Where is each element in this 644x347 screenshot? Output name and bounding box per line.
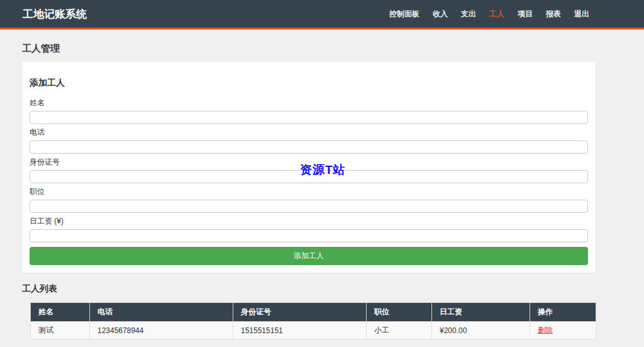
column-header-phone: 电话 [90,303,233,322]
column-header-id-number: 身份证号 [233,303,367,322]
id-number-field-group: 身份证号 [30,158,588,183]
column-header-daily-wage: 日工资 [432,303,530,322]
id-number-label: 身份证号 [30,158,588,166]
cell-id-number: 1515515151 [233,322,367,339]
add-worker-card: 添加工人 姓名 电话 身份证号 职位 日工资 (¥) 添加工人 [22,62,596,273]
daily-wage-field-group: 日工资 (¥) [30,217,588,242]
table-row: 测试 12345678944 1515515151 小工 ¥200.00 删除 [31,322,596,339]
table-header-row: 姓名 电话 身份证号 职位 日工资 操作 [31,303,596,322]
phone-field-group: 电话 [30,128,588,154]
cell-position: 小工 [367,322,432,339]
name-label: 姓名 [30,99,588,106]
delete-link[interactable]: 删除 [538,326,553,334]
cell-name: 测试 [31,322,90,339]
add-worker-button[interactable]: 添加工人 [30,247,588,265]
cell-phone: 12345678944 [90,322,233,339]
id-number-input[interactable] [30,170,588,183]
nav-item-expense[interactable]: 支出 [461,9,476,20]
page-title: 工人管理 [22,43,644,55]
worker-table: 姓名 电话 身份证号 职位 日工资 操作 测试 12345678944 1515… [30,302,596,339]
position-label: 职位 [30,188,588,195]
add-worker-form-title: 添加工人 [30,77,588,89]
phone-input[interactable] [30,140,588,154]
cell-actions: 删除 [530,322,596,339]
nav-item-dashboard[interactable]: 控制面板 [389,9,419,20]
app-header: 工地记账系统 控制面板 收入 支出 工人 项目 报表 退出 [0,0,644,30]
nav-item-reports[interactable]: 报表 [546,9,561,20]
daily-wage-input[interactable] [30,229,588,242]
worker-list-title: 工人列表 [22,283,57,295]
nav-item-logout[interactable]: 退出 [574,9,589,20]
nav-item-income[interactable]: 收入 [433,9,448,20]
phone-label: 电话 [30,128,588,136]
nav-item-workers[interactable]: 工人 [489,9,504,20]
nav-item-projects[interactable]: 项目 [518,9,533,20]
position-field-group: 职位 [30,188,588,213]
column-header-name: 姓名 [31,303,90,322]
position-input[interactable] [30,200,588,213]
name-field-group: 姓名 [30,99,588,124]
main-nav: 控制面板 收入 支出 工人 项目 报表 退出 [389,9,589,20]
daily-wage-label: 日工资 (¥) [30,217,588,225]
cell-daily-wage: ¥200.00 [432,322,530,339]
column-header-position: 职位 [367,303,432,322]
name-input[interactable] [30,111,588,124]
column-header-actions: 操作 [530,303,596,322]
app-title: 工地记账系统 [23,7,87,21]
